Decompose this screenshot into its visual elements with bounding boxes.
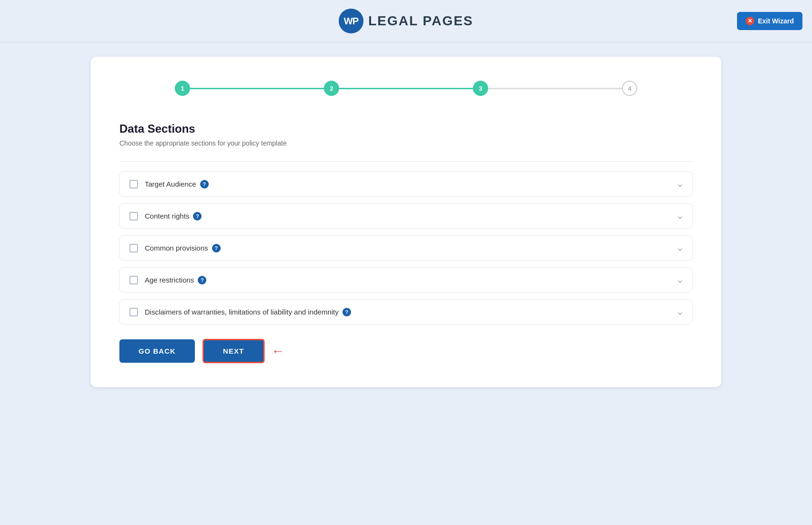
help-icon-content-rights[interactable]: ? — [193, 212, 202, 220]
step-4: 4 — [622, 81, 637, 96]
buttons-row: GO BACK NEXT ← — [119, 339, 693, 363]
exit-wizard-button[interactable]: ✕ Exit Wizard — [737, 12, 802, 30]
progress-stepper: 1 2 3 4 — [119, 76, 693, 101]
label-age-restrictions: Age restrictions — [145, 276, 194, 284]
brand-name: LEGAL PAGES — [368, 13, 473, 29]
accordion-common-provisions[interactable]: Common provisions ? ⌵ — [119, 235, 693, 261]
accordion-disclaimers[interactable]: Disclaimers of warranties, limitations o… — [119, 299, 693, 325]
next-button-wrapper: NEXT ← — [203, 339, 285, 363]
chevron-disclaimers: ⌵ — [678, 307, 683, 316]
chevron-content-rights: ⌵ — [678, 211, 683, 220]
page-title: Data Sections — [119, 122, 693, 136]
help-icon-disclaimers[interactable]: ? — [342, 308, 351, 316]
checkbox-common-provisions[interactable] — [129, 244, 138, 252]
next-button[interactable]: NEXT — [203, 339, 265, 363]
label-disclaimers: Disclaimers of warranties, limitations o… — [145, 308, 339, 316]
main-card: 1 2 3 4 Data Sections Choose the appropr… — [91, 57, 721, 387]
step-3: 3 — [473, 81, 488, 96]
help-icon-target-audience[interactable]: ? — [200, 180, 209, 189]
checkbox-target-audience[interactable] — [129, 180, 138, 189]
accordion-content-rights[interactable]: Content rights ? ⌵ — [119, 203, 693, 229]
accordion-age-restrictions[interactable]: Age restrictions ? ⌵ — [119, 267, 693, 293]
accordion-target-audience[interactable]: Target Audience ? ⌵ — [119, 171, 693, 197]
chevron-age-restrictions: ⌵ — [678, 275, 683, 284]
wp-logo-circle: WP — [339, 9, 363, 33]
help-icon-common-provisions[interactable]: ? — [212, 244, 221, 252]
label-content-rights: Content rights — [145, 212, 189, 220]
chevron-common-provisions: ⌵ — [678, 243, 683, 252]
label-target-audience: Target Audience — [145, 180, 196, 188]
checkbox-age-restrictions[interactable] — [129, 276, 138, 284]
top-bar: WP LEGAL PAGES ✕ Exit Wizard — [0, 0, 812, 42]
checkbox-content-rights[interactable] — [129, 212, 138, 220]
section-divider — [119, 161, 693, 162]
exit-icon: ✕ — [746, 17, 754, 25]
step-line-3-4 — [488, 88, 622, 89]
exit-wizard-label: Exit Wizard — [758, 17, 794, 25]
step-1: 1 — [175, 81, 190, 96]
step-2: 2 — [324, 81, 339, 96]
go-back-button[interactable]: GO BACK — [119, 339, 195, 363]
page-subtitle: Choose the appropriate sections for your… — [119, 139, 693, 147]
next-arrow-indicator: ← — [271, 345, 285, 358]
step-line-2-3 — [339, 88, 473, 89]
help-icon-age-restrictions[interactable]: ? — [198, 276, 206, 284]
checkbox-disclaimers[interactable] — [129, 308, 138, 316]
label-common-provisions: Common provisions — [145, 244, 208, 252]
logo: WP LEGAL PAGES — [339, 9, 473, 33]
chevron-target-audience: ⌵ — [678, 179, 683, 189]
step-line-1-2 — [190, 88, 324, 89]
